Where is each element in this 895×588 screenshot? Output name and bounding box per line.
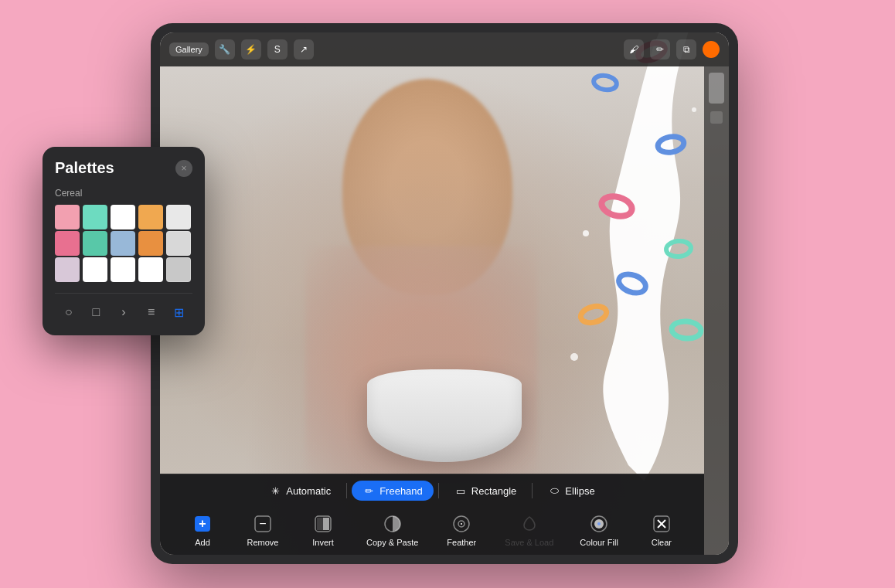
color-swatch-4[interactable] xyxy=(166,205,191,229)
circle-outline-button[interactable]: ○ xyxy=(58,301,80,323)
ellipse-mode-button[interactable]: ⬭ Ellipse xyxy=(537,481,605,501)
palette-name: Cereal xyxy=(55,188,192,199)
selection-modes-row: ✳ Automatic ✏ Freehand ▭ Rectangle ⬭ Ell… xyxy=(160,481,704,507)
color-swatch-10[interactable] xyxy=(55,257,80,282)
arrow-icon[interactable]: ↗ xyxy=(294,39,314,59)
color-swatch-9[interactable] xyxy=(166,231,191,256)
palettes-title: Palettes xyxy=(55,159,114,177)
color-swatch-6[interactable] xyxy=(83,231,107,256)
colour-fill-tool-button[interactable]: Colour Fill xyxy=(573,510,624,550)
divider-3 xyxy=(532,483,533,498)
palette-bottom-icons: ○ □ › ≡ ⊞ xyxy=(55,293,192,323)
svg-point-20 xyxy=(461,523,462,525)
palettes-panel: Palettes × Cereal ○ □ › ≡ ⊞ xyxy=(43,147,205,335)
invert-icon xyxy=(312,513,334,535)
sidebar-nav-dot[interactable] xyxy=(710,111,723,124)
color-swatch-1[interactable] xyxy=(83,205,107,229)
square-outline-button[interactable]: □ xyxy=(85,301,107,323)
color-swatch-12[interactable] xyxy=(111,257,135,282)
color-swatch-11[interactable] xyxy=(83,257,107,282)
remove-icon: − xyxy=(252,513,274,535)
color-swatch-13[interactable] xyxy=(138,257,163,282)
svg-text:−: − xyxy=(259,517,266,530)
color-swatch-3[interactable] xyxy=(138,205,163,229)
color-swatch-7[interactable] xyxy=(111,231,135,256)
brush-icon[interactable]: 🖌 xyxy=(624,39,644,59)
ipad-screen: Gallery 🔧 ⚡ S ↗ 🖌 ✏ ⧉ ✳ Automatic xyxy=(160,32,729,555)
colour-fill-icon xyxy=(588,513,610,535)
rectangle-mode-button[interactable]: ▭ Rectangle xyxy=(444,481,528,501)
color-picker[interactable] xyxy=(703,41,720,58)
script-icon[interactable]: S xyxy=(267,39,288,59)
ipad-sidebar xyxy=(704,66,729,555)
bottom-toolbar: ✳ Automatic ✏ Freehand ▭ Rectangle ⬭ Ell… xyxy=(160,474,704,555)
freehand-mode-button[interactable]: ✏ Freehand xyxy=(352,481,434,501)
invert-tool-button[interactable]: Invert xyxy=(300,510,346,550)
feather-icon xyxy=(451,513,472,535)
svg-text:+: + xyxy=(199,517,206,530)
color-swatch-8[interactable] xyxy=(138,231,163,256)
automatic-icon: ✳ xyxy=(269,484,281,497)
save-load-icon xyxy=(519,513,540,535)
ellipse-icon: ⬭ xyxy=(548,484,560,497)
color-swatch-5[interactable] xyxy=(55,231,80,256)
add-icon: + xyxy=(192,513,213,535)
color-swatch-2[interactable] xyxy=(111,205,135,229)
copy-paste-tool-button[interactable]: Copy & Paste xyxy=(360,510,424,550)
wrench-icon[interactable]: 🔧 xyxy=(215,39,235,59)
color-swatch-0[interactable] xyxy=(55,205,80,229)
ipad-frame: Gallery 🔧 ⚡ S ↗ 🖌 ✏ ⧉ ✳ Automatic xyxy=(151,23,738,564)
clear-tool-button[interactable]: Clear xyxy=(638,510,685,550)
copy-paste-icon xyxy=(382,513,403,535)
feather-tool-button[interactable]: Feather xyxy=(438,510,485,550)
layers-icon[interactable]: ⧉ xyxy=(676,39,696,59)
equals-button[interactable]: ≡ xyxy=(141,301,162,323)
svg-point-23 xyxy=(597,522,601,525)
color-grid xyxy=(55,205,192,282)
automatic-mode-button[interactable]: ✳ Automatic xyxy=(258,481,342,501)
topbar-right: 🖌 ✏ ⧉ xyxy=(624,39,720,59)
palettes-close-button[interactable]: × xyxy=(175,160,192,177)
pencil-icon[interactable]: ✏ xyxy=(650,39,670,59)
ipad-topbar: Gallery 🔧 ⚡ S ↗ 🖌 ✏ ⧉ xyxy=(160,32,729,66)
grid-button[interactable]: ⊞ xyxy=(168,301,189,323)
add-tool-button[interactable]: + Add xyxy=(179,510,226,550)
divider-2 xyxy=(438,483,439,498)
tools-row: + Add − Remove Invert xyxy=(160,507,704,550)
bowl xyxy=(367,369,522,462)
magic-icon[interactable]: ⚡ xyxy=(241,39,261,59)
rectangle-icon: ▭ xyxy=(454,484,467,497)
color-swatch-14[interactable] xyxy=(166,257,191,282)
chevron-right-button[interactable]: › xyxy=(113,301,134,323)
palettes-header: Palettes × xyxy=(55,159,192,177)
clear-icon xyxy=(651,513,672,535)
remove-tool-button[interactable]: − Remove xyxy=(240,510,286,550)
scroll-thumb[interactable] xyxy=(709,73,724,104)
save-load-tool-button[interactable]: Save & Load xyxy=(499,510,560,550)
freehand-icon: ✏ xyxy=(362,484,375,497)
divider-1 xyxy=(346,483,347,498)
gallery-button[interactable]: Gallery xyxy=(169,42,209,56)
